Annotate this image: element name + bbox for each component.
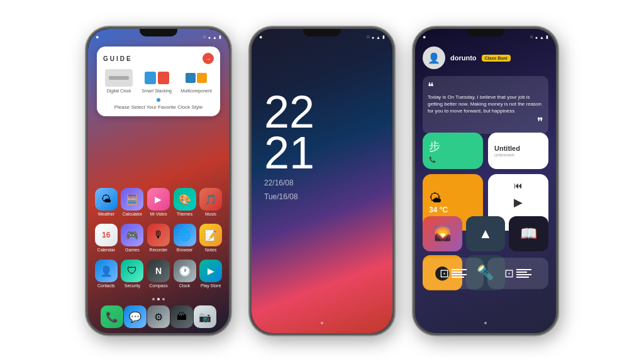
battery-icon: ▮ xyxy=(219,35,221,40)
signal-icon-3: ● xyxy=(535,35,538,40)
book-widget[interactable]: 📖 xyxy=(509,216,548,251)
mivideo-label: Mi Video xyxy=(150,212,167,216)
untitled-widget[interactable]: Untitled unknown xyxy=(488,133,548,169)
quote-close: ❞ xyxy=(428,115,543,129)
app-mivideo[interactable]: ▶ Mi Video xyxy=(146,188,171,216)
weather-label: Weather xyxy=(98,212,114,216)
clock-hour: 22 xyxy=(264,92,314,133)
phone-1: ● ☆ ● ▲ ▮ GUIDE → xyxy=(86,27,231,335)
quote-text: Today is On Tuesday, I believe that your… xyxy=(428,94,543,115)
prev-button[interactable]: ⏮ xyxy=(514,180,523,190)
landscape-widget[interactable]: 🌄 xyxy=(423,216,462,251)
dock-gallery[interactable]: 🏔 xyxy=(170,305,193,328)
calendar-icon: 16 xyxy=(95,224,118,246)
avatar: 👤 xyxy=(423,47,445,69)
volume-up-button[interactable] xyxy=(86,101,87,123)
themes-icon: 🎨 xyxy=(174,188,196,211)
app-row-2: 16 Calendar 🎮 Games 🎙 Recorder 🌐 Browser xyxy=(93,224,224,252)
app-games[interactable]: 🎮 Games xyxy=(119,224,145,252)
widget-grid-3: ⊡ ⊡ xyxy=(423,258,548,289)
guide-title: GUIDE xyxy=(103,55,133,62)
contacts-label: Contacts xyxy=(97,283,115,288)
app-compass[interactable]: N Compass xyxy=(146,260,171,288)
app-security[interactable]: 🛡 Security xyxy=(119,260,145,288)
phone-3: ● ☆ ● ▲ ▮ 👤 dorunto Class Buni ❝ Toda xyxy=(413,27,558,335)
play-button[interactable]: ▶ xyxy=(514,195,523,209)
signal-icon-2: ● xyxy=(372,35,374,40)
app-recorder[interactable]: 🎙 Recorder xyxy=(146,224,171,252)
app-music[interactable]: 🎵 Music xyxy=(198,188,223,216)
app-contacts[interactable]: 👤 Contacts xyxy=(94,260,119,288)
app-clock[interactable]: 🕐 Clock xyxy=(172,260,197,288)
dock-messages[interactable]: 💬 xyxy=(124,305,147,328)
volume-silent-button-3[interactable] xyxy=(413,79,414,95)
guide-select-text: Please Select Your Favorite Clock Style xyxy=(103,104,214,110)
bluetooth-icon-3: ☆ xyxy=(530,35,533,40)
dot-2-active xyxy=(157,298,160,300)
browser-label: Browser xyxy=(177,248,193,252)
guide-option-multi[interactable]: Multicomponent xyxy=(180,69,211,93)
dock-messages-icon: 💬 xyxy=(124,305,147,328)
browser-icon: 🌐 xyxy=(174,224,196,246)
guide-option-digital[interactable]: Digital Clock xyxy=(105,69,133,93)
navigation-widget[interactable]: ▲ xyxy=(466,216,506,251)
smart-stacking-icon xyxy=(143,69,170,87)
guide-close-button[interactable]: → xyxy=(203,53,214,64)
quote-open: ❝ xyxy=(428,81,543,92)
status-bar-1: ● ☆ ● ▲ ▮ xyxy=(88,29,229,43)
dock-settings[interactable]: ⚙ xyxy=(147,305,170,328)
guide-option-stack[interactable]: Smart Stacking xyxy=(142,69,172,93)
app-dock: 📞 💬 ⚙ 🏔 📷 xyxy=(88,305,229,328)
volume-silent-button[interactable] xyxy=(86,79,87,95)
multi-yellow-block xyxy=(197,73,207,83)
power-button-3[interactable] xyxy=(557,92,558,117)
untitled-title: Untitled xyxy=(494,145,542,152)
app-playstore[interactable]: ▶ Play Store xyxy=(198,260,223,288)
volume-silent-button-2[interactable] xyxy=(250,79,251,95)
status-time-2: ● xyxy=(259,34,262,40)
wifi-icon-3: ▲ xyxy=(540,35,544,40)
status-icons-1: ☆ ● ▲ ▮ xyxy=(203,35,221,40)
power-button[interactable] xyxy=(230,92,231,117)
app-calculator[interactable]: 🧮 Calculator xyxy=(119,188,145,216)
dock-phone[interactable]: 📞 xyxy=(101,305,124,328)
guide-widget[interactable]: GUIDE → Digital Clock xyxy=(97,47,220,116)
profile-row: 👤 dorunto Class Buni xyxy=(423,47,548,69)
guide-options: Digital Clock Smart Stacking xyxy=(103,69,214,93)
scan-icon-1: ⊡ xyxy=(440,266,449,280)
app-calendar[interactable]: 16 Calendar xyxy=(94,224,119,252)
clock-date2: Tue/16/08 xyxy=(264,192,314,201)
app-themes[interactable]: 🎨 Themes xyxy=(172,188,197,216)
volume-down-button-2[interactable] xyxy=(250,129,251,151)
notes-icon: 📝 xyxy=(199,224,222,246)
volume-down-button-3[interactable] xyxy=(413,129,414,151)
landscape-icon: 🌄 xyxy=(434,226,451,242)
bluetooth-icon-2: ☆ xyxy=(366,35,370,40)
weather-icon: 🌤 xyxy=(95,188,118,211)
status-time-1: ● xyxy=(96,34,99,40)
scan-widget-2[interactable]: ⊡ xyxy=(487,258,548,289)
security-icon: 🛡 xyxy=(121,260,143,282)
scan-widget-1[interactable]: ⊡ xyxy=(423,258,484,289)
volume-down-button[interactable] xyxy=(86,129,87,151)
digital-clock-icon xyxy=(105,69,133,87)
signal-icon: ● xyxy=(208,35,211,40)
compass-icon: N xyxy=(147,260,170,282)
app-weather[interactable]: 🌤 Weather xyxy=(94,188,119,216)
power-button-2[interactable] xyxy=(393,92,394,117)
app-notes[interactable]: 📝 Notes xyxy=(198,224,223,252)
games-label: Games xyxy=(125,248,140,252)
app-row-3: 👤 Contacts 🛡 Security N Compass 🕐 Clock xyxy=(93,260,224,288)
dock-camera[interactable]: 📷 xyxy=(193,305,216,328)
volume-up-button-2[interactable] xyxy=(250,101,251,123)
guide-active-dot xyxy=(157,98,160,102)
mivideo-icon: ▶ xyxy=(147,188,170,211)
phone-3-screen: ● ☆ ● ▲ ▮ 👤 dorunto Class Buni ❝ Toda xyxy=(415,29,556,333)
phone-3-dot xyxy=(484,322,487,324)
clock-label: Clock xyxy=(179,283,191,288)
steps-widget[interactable]: 步 📞 xyxy=(423,133,483,169)
app-browser[interactable]: 🌐 Browser xyxy=(172,224,197,252)
status-time-3: ● xyxy=(423,34,426,40)
app-grid: 🌤 Weather 🧮 Calculator ▶ Mi Video 🎨 Them… xyxy=(88,188,229,295)
volume-up-button-3[interactable] xyxy=(413,101,414,123)
